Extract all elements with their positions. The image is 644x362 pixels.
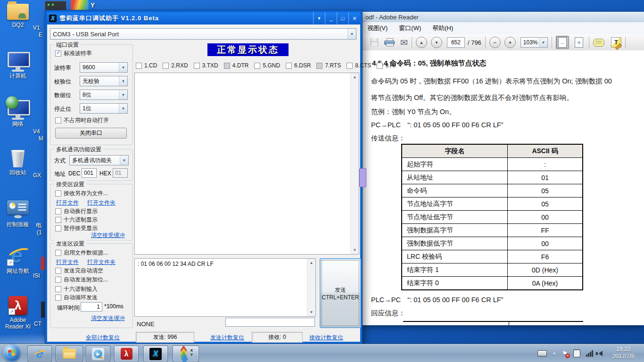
desktop-icon-web-nav[interactable]: e ↗ 网址导航 xyxy=(1,245,35,274)
window-menu-button[interactable]: ▼ xyxy=(313,12,325,25)
com-port-select[interactable]: COM3 - USB Serial Port ▼ xyxy=(50,28,356,40)
toolbar-divider xyxy=(552,37,552,48)
signal-rts[interactable]: 7.RTS xyxy=(316,62,341,69)
reset-received-counter-link[interactable]: 接收计数复位 xyxy=(309,334,343,342)
signal-cts[interactable]: 8.CTS xyxy=(347,62,371,69)
taskbar-explorer-button[interactable] xyxy=(56,346,83,362)
email-icon[interactable]: ✉ xyxy=(400,37,408,48)
next-page-button[interactable]: ▼ xyxy=(431,37,442,48)
signal-gnd[interactable]: 5.GND xyxy=(254,62,280,69)
stop-bits-select[interactable]: 1位▼ xyxy=(80,103,128,114)
hex-input-checkbox[interactable]: 十六进制输入 xyxy=(55,285,98,293)
fit-page-button[interactable]: ✛ xyxy=(573,36,585,49)
receive-display-area[interactable]: ▲ ▼ xyxy=(134,73,359,255)
adobe-titlebar[interactable]: odf - Adobe Reader xyxy=(362,12,644,23)
reset-sent-counter-link[interactable]: 发送计数复位 xyxy=(210,334,244,342)
auto-append-checkbox[interactable]: 自动发送附加位... xyxy=(55,276,108,284)
zoom-out-button[interactable]: − xyxy=(489,37,501,48)
comment-icon[interactable] xyxy=(593,39,604,47)
menu-help[interactable]: 帮助(H) xyxy=(427,22,459,34)
parity-select[interactable]: 无校验▼ xyxy=(80,76,128,86)
send-scrollbar[interactable]: ▲ ▼ xyxy=(307,259,315,316)
network-icon xyxy=(8,100,28,119)
save-icon[interactable] xyxy=(370,38,379,47)
keyboard-icon[interactable] xyxy=(537,350,547,357)
scroll-down-icon[interactable]: ▼ xyxy=(310,308,314,316)
serial-titlebar[interactable]: X 雪莉蓝串口调试助手 V1.2.0 Beta ▼ _ □ × xyxy=(47,12,360,25)
receive-scrollbar[interactable]: ▲ ▼ xyxy=(350,73,359,254)
signal-cd[interactable]: 1.CD xyxy=(136,62,157,69)
clipped-icon-sliver xyxy=(41,257,45,270)
desktop-icon-recycle-bin[interactable]: 回收站 xyxy=(1,148,35,176)
taskbar-gx-button[interactable]: XY xyxy=(173,346,199,362)
previous-page-button[interactable]: ▲ xyxy=(416,37,427,48)
highlight-text-icon[interactable]: T xyxy=(611,37,621,48)
start-button[interactable] xyxy=(3,344,21,362)
append-input[interactable] xyxy=(225,318,315,327)
taskbar-media-player-button[interactable]: ▶ xyxy=(86,346,110,362)
signal-txd[interactable]: 3.TXD xyxy=(194,62,218,69)
signal-dsr[interactable]: 6.DSR xyxy=(286,62,311,69)
volume-icon[interactable] xyxy=(599,351,603,356)
fit-width-button[interactable]: ↔ xyxy=(556,36,569,49)
desktop-icon-adobe-reader[interactable]: λ ↗ Adobe Reader XI xyxy=(1,296,35,330)
toolbar-divider xyxy=(485,37,486,48)
send-text-area[interactable]: : 01 06 06 00 12 34 AD CR LF ▲ ▼ xyxy=(134,258,316,317)
auto-loop-send-checkbox[interactable]: 自动循环发送 xyxy=(55,294,98,302)
desktop-icon-computer[interactable]: 计算机 xyxy=(1,52,35,79)
clock-time: 19:22 xyxy=(605,346,641,353)
desktop-icon-network[interactable]: 网络 xyxy=(1,100,35,127)
clear-receive-buffer-link[interactable]: 清空接受缓冲 xyxy=(91,231,125,239)
signal-ri[interactable]: 9.RI xyxy=(377,62,396,69)
pdf-paragraph: 回应信息： xyxy=(371,309,405,318)
loop-time-input[interactable]: 1 xyxy=(81,302,102,312)
save-as-file-checkbox[interactable]: 接收另存为文件... xyxy=(55,189,108,197)
hex-display-checkbox[interactable]: 十六进制显示 xyxy=(55,216,98,224)
minimize-button[interactable]: _ xyxy=(325,12,337,25)
open-folder-link[interactable]: 打开文件夹 xyxy=(87,258,116,266)
menu-window[interactable]: 窗口(W) xyxy=(393,22,427,34)
icon-label: 回收站 xyxy=(9,169,26,176)
zoom-in-button[interactable]: + xyxy=(504,37,516,48)
action-center-icon[interactable]: ⚑× xyxy=(561,350,568,357)
open-folder-link[interactable]: 打开文件夹 xyxy=(87,199,116,207)
gx-app-icon: XY xyxy=(179,347,193,360)
page-number-input[interactable]: 652 xyxy=(447,37,465,48)
clear-send-buffer-link[interactable]: 清空发送缓冲 xyxy=(91,314,125,322)
open-file-link[interactable]: 打开文件 xyxy=(56,199,79,207)
scroll-up-icon[interactable]: ▲ xyxy=(353,73,357,81)
network-signal-icon[interactable] xyxy=(586,350,593,357)
send-button[interactable]: 发送 CTRL+ENTER xyxy=(320,258,361,328)
signal-dtr[interactable]: 4.DTR xyxy=(224,62,249,69)
maximize-button[interactable]: □ xyxy=(337,12,348,25)
menu-view[interactable]: 视图(V) xyxy=(362,22,393,34)
desktop-icon-control-panel[interactable]: 控制面板 xyxy=(1,200,35,228)
scroll-up-icon[interactable]: ▲ xyxy=(310,259,314,267)
auto-clear-checkbox[interactable]: 发送完自动清空 xyxy=(55,267,103,275)
hex-label: HEX xyxy=(99,170,111,177)
print-icon[interactable] xyxy=(384,38,395,47)
taskbar-serial-tool-button[interactable]: X xyxy=(143,346,168,362)
scroll-down-icon[interactable]: ▼ xyxy=(353,246,357,254)
taskbar-adobe-reader-button[interactable]: λ xyxy=(114,346,139,362)
reset-all-counters-link[interactable]: 全部计数复位 xyxy=(86,334,120,342)
desktop-icon-fragment xyxy=(71,0,89,10)
show-hidden-icons[interactable]: ▲ xyxy=(553,351,556,355)
mode-select[interactable]: 多机通讯功能关▼ xyxy=(69,155,129,165)
taskbar-clock[interactable]: 19:22 2017/7/8 xyxy=(605,346,641,360)
auto-open-checkbox[interactable]: 不占用时自动打开 xyxy=(55,116,109,124)
taskbar-ie-button[interactable]: e xyxy=(27,346,52,362)
desktop-icon-dq2[interactable]: DQ2 xyxy=(1,4,35,28)
close-port-button[interactable]: 关闭串口 xyxy=(55,128,127,139)
auto-wrap-checkbox[interactable]: 自动换行显示 xyxy=(55,207,98,215)
tray-app-icon[interactable] xyxy=(573,349,580,357)
zoom-level-select[interactable]: 103%▼ xyxy=(520,37,548,48)
file-data-source-checkbox[interactable]: 启用文件数据源... xyxy=(55,249,108,257)
baud-rate-select[interactable]: 9600▼ xyxy=(80,62,128,73)
dec-address-input[interactable]: 001 xyxy=(82,168,97,178)
data-bits-select[interactable]: 8位▼ xyxy=(80,90,128,100)
signal-rxd[interactable]: 2.RXD xyxy=(163,62,188,69)
standard-baud-checkbox[interactable]: ✓标准波特率 xyxy=(55,49,92,58)
close-button[interactable]: × xyxy=(348,12,360,25)
open-file-link[interactable]: 打开文件 xyxy=(56,258,79,266)
